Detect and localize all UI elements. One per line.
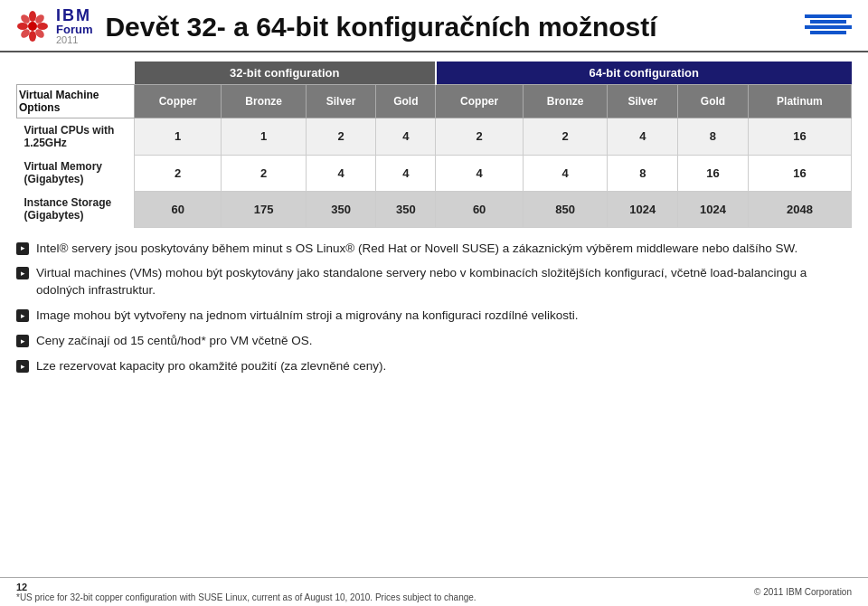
sub-header-label-cell: Virtual Machine Options — [17, 85, 135, 118]
sub-gold-64: Gold — [678, 85, 749, 118]
bullet-text: Image mohou být vytvořeny na jednom virt… — [36, 308, 579, 325]
svg-point-0 — [28, 22, 37, 31]
ibm-year-label: 2011 — [56, 35, 92, 45]
group-header-row: 32-bit configuration 64-bit configuratio… — [17, 62, 852, 85]
table-cell: 4 — [608, 118, 678, 156]
ibm-text-group: IBM Forum 2011 — [56, 7, 92, 45]
table-cell: 2 — [523, 118, 608, 156]
table-cell: 2 — [135, 155, 222, 191]
sub-platinum-64: Platinum — [748, 85, 851, 118]
header-32bit: 32-bit configuration — [135, 62, 436, 85]
list-item: Ceny začínají od 15 centů/hod* pro VM vč… — [16, 333, 852, 350]
table-cell: 16 — [678, 155, 749, 191]
table-row: Virtual CPUs with 1.25GHz1124224816 — [17, 118, 852, 156]
list-item: Virtual machines (VMs) mohou být poskyto… — [16, 265, 852, 299]
table-cell: 350 — [376, 191, 436, 227]
bullet-icon — [16, 242, 29, 255]
footer: 12 *US price for 32-bit copper configura… — [0, 577, 868, 606]
page-title: Devět 32- a 64-bit konfiguračních možnos… — [105, 12, 792, 42]
table-cell: 60 — [436, 191, 523, 227]
content-section: Intel® servery jsou poskytovány během mi… — [0, 228, 868, 578]
table-cell: 8 — [608, 155, 678, 191]
table-cell: 8 — [678, 118, 749, 156]
table-cell: 2048 — [748, 191, 851, 227]
svg-rect-9 — [805, 14, 852, 18]
table-cell: 60 — [135, 191, 222, 227]
table-cell: 4 — [376, 118, 436, 156]
table-cell: 4 — [523, 155, 608, 191]
table-cell: 175 — [222, 191, 307, 227]
row-label-cell: Virtual CPUs with 1.25GHz — [17, 118, 135, 156]
table-cell: 1024 — [678, 191, 749, 227]
sub-bronze-32: Bronze — [222, 85, 307, 118]
bullet-text: Intel® servery jsou poskytovány během mi… — [36, 241, 797, 258]
bullet-text: Ceny začínají od 15 centů/hod* pro VM vč… — [36, 333, 312, 350]
row-label-cell: Instance Storage (Gigabytes) — [17, 191, 135, 227]
ibm-brand-text: IBM — [56, 7, 92, 24]
table-cell: 1024 — [608, 191, 678, 227]
sub-gold-32: Gold — [376, 85, 436, 118]
svg-point-2 — [29, 31, 36, 42]
vm-options-label: Virtual Machine Options — [19, 89, 132, 114]
bullet-icon — [16, 335, 29, 347]
table-cell: 4 — [436, 155, 523, 191]
svg-rect-12 — [810, 31, 846, 34]
table-cell: 16 — [748, 118, 851, 156]
table-cell: 1 — [222, 118, 307, 156]
ibm-forum-logo: IBM Forum 2011 — [16, 7, 92, 45]
config-table: 32-bit configuration 64-bit configuratio… — [16, 62, 852, 228]
bullet-list: Intel® servery jsou poskytovány během mi… — [16, 241, 852, 375]
sub-header-row: Virtual Machine Options Copper Bronze Si… — [17, 85, 852, 118]
bullet-text: Lze rezervovat kapacity pro okamžité pou… — [36, 358, 386, 375]
table-row: Virtual Memory (Gigabytes)22444481616 — [17, 155, 852, 191]
table-corner — [17, 62, 135, 85]
svg-rect-10 — [810, 20, 846, 24]
svg-point-4 — [37, 23, 48, 30]
table-cell: 1 — [135, 118, 222, 156]
header-64bit: 64-bit configuration — [436, 62, 852, 85]
sub-copper-32: Copper — [135, 85, 222, 118]
svg-point-1 — [29, 11, 36, 22]
table-cell: 2 — [436, 118, 523, 156]
footer-left: 12 *US price for 32-bit copper configura… — [16, 582, 476, 602]
footer-footnote: *US price for 32-bit copper configuratio… — [16, 592, 476, 602]
svg-point-3 — [17, 23, 28, 30]
table-cell: 16 — [748, 155, 851, 191]
footer-copyright: © 2011 IBM Corporation — [754, 587, 852, 597]
ibm-flower-icon — [16, 10, 49, 43]
page: IBM Forum 2011 Devět 32- a 64-bit konfig… — [0, 0, 868, 606]
bullet-icon — [16, 309, 29, 322]
list-item: Image mohou být vytvořeny na jednom virt… — [16, 308, 852, 325]
sub-bronze-64: Bronze — [523, 85, 608, 118]
table-cell: 2 — [222, 155, 307, 191]
table-section: 32-bit configuration 64-bit configuratio… — [0, 52, 868, 228]
bullet-icon — [16, 360, 29, 373]
table-cell: 850 — [523, 191, 608, 227]
sub-silver-32: Silver — [306, 85, 375, 118]
page-number: 12 — [16, 582, 476, 592]
table-body: Virtual CPUs with 1.25GHz1124224816Virtu… — [17, 118, 852, 228]
sub-copper-64: Copper — [436, 85, 523, 118]
list-item: Intel® servery jsou poskytovány během mi… — [16, 241, 852, 258]
bullet-icon — [16, 267, 29, 279]
table-cell: 2 — [306, 118, 375, 156]
ibm-right-logo — [805, 14, 852, 39]
table-row: Instance Storage (Gigabytes)601753503506… — [17, 191, 852, 227]
ibm-logo-icon — [805, 14, 852, 36]
bullet-text: Virtual machines (VMs) mohou být poskyto… — [36, 265, 852, 299]
table-cell: 4 — [306, 155, 375, 191]
sub-silver-64: Silver — [608, 85, 678, 118]
list-item: Lze rezervovat kapacity pro okamžité pou… — [16, 358, 852, 375]
table-cell: 4 — [376, 155, 436, 191]
table-cell: 350 — [306, 191, 375, 227]
header: IBM Forum 2011 Devět 32- a 64-bit konfig… — [0, 0, 868, 52]
row-label-cell: Virtual Memory (Gigabytes) — [17, 155, 135, 191]
svg-rect-11 — [805, 25, 852, 29]
